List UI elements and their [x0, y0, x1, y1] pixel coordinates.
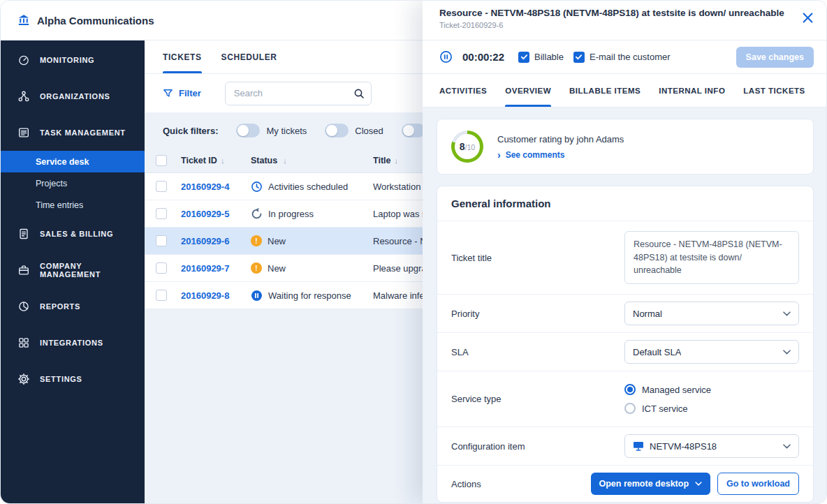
sidebar-item-integrations[interactable]: INTEGRATIONS — [1, 325, 145, 361]
select-all-checkbox[interactable] — [156, 155, 167, 166]
toggle-closed[interactable] — [325, 124, 349, 138]
sidebar-item-settings[interactable]: SETTINGS — [1, 361, 145, 397]
general-info-heading: General information — [437, 186, 813, 221]
funnel-icon — [163, 88, 173, 98]
sla-select[interactable]: Default SLA — [624, 340, 799, 364]
tab-activities[interactable]: ACTIVITIES — [439, 74, 487, 107]
radio-ict-service[interactable]: ICT service — [624, 403, 799, 414]
toggle-sla-breach[interactable] — [402, 124, 425, 138]
search-input[interactable] — [225, 82, 372, 105]
row-checkbox[interactable] — [156, 208, 167, 219]
see-comments-link[interactable]: › See comments — [497, 150, 624, 160]
task-list-icon — [17, 126, 30, 139]
sidebar-item-service-desk[interactable]: Service desk — [1, 151, 145, 172]
invoice-icon — [17, 228, 30, 240]
radio-selected-icon[interactable] — [624, 384, 636, 395]
sidebar-item-monitoring[interactable]: MONITORING — [1, 42, 145, 78]
row-checkbox[interactable] — [156, 235, 167, 246]
sidebar-item-task-management[interactable]: TASK MANAGEMENT — [1, 114, 145, 151]
ticket-id-link[interactable]: 20160929-6 — [181, 236, 229, 246]
tab-billable-items[interactable]: BILLABLE ITEMS — [569, 74, 641, 107]
ticket-title-text: Malware infec — [373, 290, 429, 301]
close-icon[interactable] — [803, 13, 814, 24]
row-checkbox[interactable] — [156, 181, 167, 192]
pie-chart-icon — [17, 300, 30, 313]
gauge-icon — [17, 54, 30, 66]
priority-label: Priority — [451, 309, 624, 319]
sla-label: SLA — [451, 347, 624, 357]
sidebar-item-company-management[interactable]: COMPANY MANAGEMENT — [1, 252, 145, 288]
radio-label: ICT service — [642, 403, 688, 414]
sidebar-item-reports[interactable]: REPORTS — [1, 288, 145, 325]
billable-label: Billable — [534, 52, 564, 62]
checked-checkbox-icon[interactable] — [518, 52, 529, 63]
status-text: Waiting for response — [268, 290, 351, 301]
ticket-id-link[interactable]: 20160929-8 — [181, 290, 229, 301]
toggle-label: My tickets — [266, 126, 307, 136]
radio-managed-service[interactable]: Managed service — [624, 384, 799, 395]
rating-score: 8 — [460, 141, 465, 152]
sla-row: SLA Default SLA — [437, 333, 813, 371]
panel-header: Resource - NETVM-48PS18 (NETVM-48PS18) a… — [423, 1, 827, 40]
priority-select[interactable]: Normal — [624, 302, 799, 325]
sort-icon[interactable]: ↓ — [221, 156, 225, 165]
sidebar-item-label: REPORTS — [40, 302, 80, 311]
save-changes-button[interactable]: Save changes — [736, 47, 814, 68]
column-ticket-id[interactable]: Ticket ID — [181, 156, 217, 165]
sla-value: Default SLA — [633, 347, 681, 357]
go-to-workload-button[interactable]: Go to workload — [717, 473, 799, 495]
priority-row: Priority Normal — [437, 295, 813, 333]
sort-icon[interactable]: ↓ — [283, 156, 287, 165]
panel-body: 8/10 Customer rating by john Adams › See… — [423, 108, 827, 504]
chevron-down-icon — [783, 350, 791, 355]
configuration-item-label: Configuration item — [451, 441, 624, 452]
column-title[interactable]: Title — [373, 156, 390, 165]
filter-button[interactable]: Filter — [163, 88, 201, 98]
column-status[interactable]: Status — [251, 156, 277, 165]
ticket-title-label: Ticket title — [451, 253, 624, 263]
app-title: Alpha Communications — [37, 15, 154, 27]
sidebar-item-time-entries[interactable]: Time entries — [1, 194, 145, 216]
quick-filters-label: Quick filters: — [163, 126, 218, 136]
in-progress-icon — [251, 208, 263, 220]
configuration-item-select[interactable]: NETVM-48PS18 — [624, 434, 799, 458]
sort-icon[interactable]: ↓ — [394, 156, 398, 165]
tab-last-tickets[interactable]: LAST TICKETS — [743, 74, 805, 107]
toggle-label: Closed — [355, 126, 383, 136]
tab-tickets[interactable]: TICKETS — [163, 40, 202, 73]
ticket-id-link[interactable]: 20160929-5 — [181, 209, 229, 219]
tab-overview[interactable]: OVERVIEW — [505, 74, 551, 107]
ticket-title-text: Laptop was st — [373, 209, 429, 219]
email-customer-option[interactable]: E-mail the customer — [573, 52, 671, 63]
briefcase-icon — [17, 264, 30, 276]
ticket-id-link[interactable]: 20160929-4 — [181, 181, 229, 192]
toggle-my-tickets[interactable] — [236, 124, 260, 138]
ticket-detail-panel: Resource - NETVM-48PS18 (NETVM-48PS18) a… — [423, 1, 827, 504]
sidebar-item-projects[interactable]: Projects — [1, 172, 145, 194]
radio-unselected-icon[interactable] — [624, 403, 636, 414]
row-checkbox[interactable] — [156, 262, 167, 274]
sidebar-item-label: COMPANY MANAGEMENT — [40, 262, 145, 279]
row-checkbox[interactable] — [156, 290, 167, 301]
pause-timer-icon[interactable] — [439, 50, 453, 64]
rating-ring: 8/10 — [451, 131, 483, 163]
pause-icon — [251, 290, 263, 302]
open-remote-desktop-label: Open remote desktop — [599, 479, 689, 489]
actions-label: Actions — [451, 479, 591, 489]
open-remote-desktop-button[interactable]: Open remote desktop — [591, 473, 711, 495]
sidebar-item-sales-billing[interactable]: SALES & BILLING — [1, 216, 145, 252]
sidebar-item-organizations[interactable]: ORGANIZATIONS — [1, 78, 145, 114]
monitor-icon — [633, 441, 644, 451]
ticket-title-input[interactable]: Resource - NETVM-48PS18 (NETVM-48PS18) a… — [624, 231, 799, 284]
tab-internal-info[interactable]: INTERNAL INFO — [659, 74, 725, 107]
checked-checkbox-icon[interactable] — [573, 52, 585, 63]
ticket-id-link[interactable]: 20160929-7 — [181, 263, 229, 274]
billable-option[interactable]: Billable — [518, 52, 564, 63]
see-comments-label: See comments — [506, 150, 565, 160]
alert-icon: ! — [251, 235, 262, 246]
rating-text: Customer rating by john Adams — [497, 134, 624, 144]
general-information-card: General information Ticket title Resourc… — [437, 186, 814, 503]
company-logo-icon — [17, 14, 30, 27]
tab-scheduler[interactable]: SCHEDULER — [221, 40, 277, 73]
chevron-down-icon — [783, 444, 791, 449]
